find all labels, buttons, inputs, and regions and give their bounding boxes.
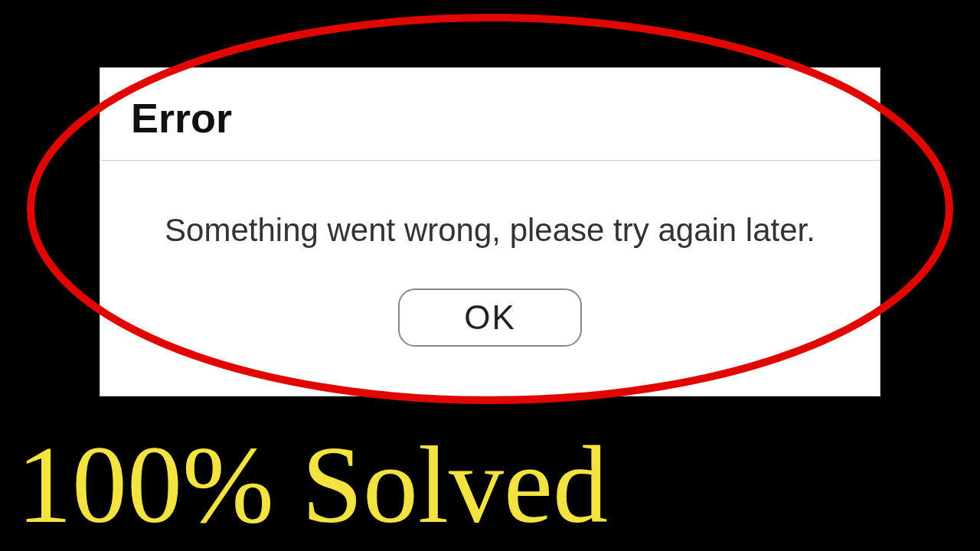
ok-button-label: OK	[464, 298, 516, 337]
solved-caption: 100% Solved	[17, 430, 608, 540]
dialog-header: Error	[100, 68, 880, 161]
ok-button[interactable]: OK	[398, 289, 582, 347]
dialog-message: Something went wrong, please try again l…	[165, 210, 815, 252]
error-dialog: Error Something went wrong, please try a…	[100, 67, 880, 396]
dialog-body: Something went wrong, please try again l…	[100, 161, 880, 396]
dialog-title: Error	[131, 94, 849, 142]
